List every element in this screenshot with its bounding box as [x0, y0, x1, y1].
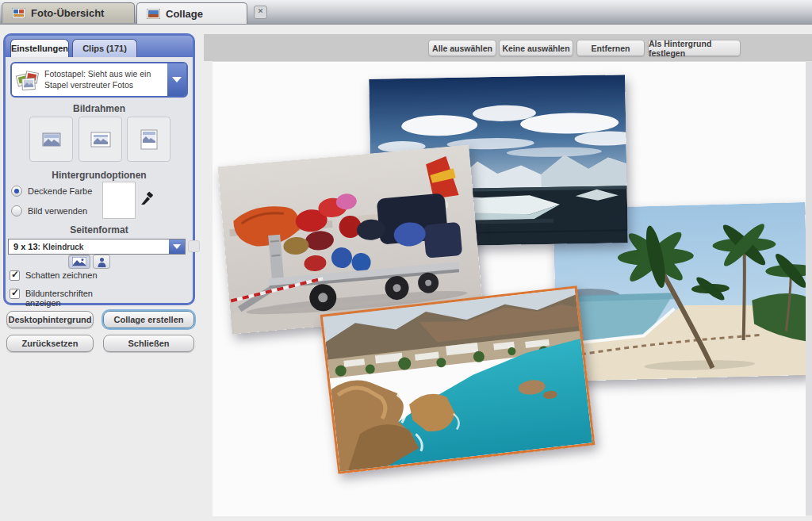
format-value: 9 x 13	[9, 242, 38, 251]
background-section-label: Hintergrundoptionen	[6, 170, 193, 181]
desktop-background-button[interactable]: Desktophintergrund	[6, 311, 94, 328]
portrait-person-icon	[98, 257, 106, 267]
radio-icon	[11, 186, 22, 197]
landscape-icon	[72, 257, 86, 266]
chevron-down-icon	[172, 77, 182, 82]
tab-label: Collage	[166, 8, 203, 20]
select-none-button[interactable]: Keine auswählen	[499, 40, 573, 56]
format-extra-button[interactable]	[188, 240, 200, 252]
check-icon: ✓	[11, 269, 19, 280]
select-all-button[interactable]: Alle auswählen	[428, 40, 496, 56]
close-tab-icon[interactable]: ✕	[254, 6, 267, 19]
format-section-label: Seitenformat	[6, 224, 193, 236]
create-collage-button[interactable]: Collage erstellen	[103, 311, 194, 328]
checkbox-label: Bildunterschriften anzeigen	[25, 289, 128, 308]
photo-stack-icon	[14, 68, 41, 92]
photo-grid-icon	[12, 8, 25, 18]
close-button[interactable]: Schließen	[103, 335, 194, 352]
format-value-suffix: : Kleindruck	[38, 243, 84, 251]
photo-mediterranean-coast[interactable]	[320, 285, 596, 474]
panel-tab-strip: Einstellungen Clips (171)	[6, 36, 193, 57]
collage-style-select[interactable]: Fotostapel: Sieht aus wie ein Stapel ver…	[10, 62, 188, 98]
checkbox-schatten-zeichnen[interactable]: ✓ Schatten zeichnen	[10, 270, 128, 281]
checkbox-icon: ✓	[10, 289, 20, 299]
remove-button[interactable]: Entfernen	[576, 40, 645, 56]
radio-label: Bild verwenden	[28, 206, 87, 216]
frame-thin-white-icon	[90, 131, 112, 148]
frame-polaroid-icon	[140, 129, 159, 150]
photo-thumbnail-icon	[147, 9, 160, 19]
tab-collage[interactable]: Collage	[136, 2, 247, 24]
checkbox-bildunterschriften[interactable]: ✓ Bildunterschriften anzeigen	[10, 289, 128, 308]
frame-option-polaroid[interactable]	[127, 117, 170, 162]
page-format-select[interactable]: 9 x 13 : Kleindruck	[8, 239, 186, 255]
vertical-scrollbar[interactable]	[806, 61, 812, 515]
dropdown-arrow-box	[169, 239, 185, 254]
settings-panel: Einstellungen Clips (171) Fotostapel: Si…	[3, 33, 195, 305]
orientation-landscape-button[interactable]	[68, 255, 90, 269]
tab-clips[interactable]: Clips (171)	[72, 39, 137, 57]
collage-canvas[interactable]	[213, 61, 806, 516]
radio-icon	[11, 205, 22, 216]
radio-bild-verwenden[interactable]: Bild verwenden	[11, 205, 87, 216]
check-icon: ✓	[11, 287, 19, 298]
frame-section-label: Bildrahmen	[6, 103, 193, 114]
background-color-swatch[interactable]	[102, 182, 136, 219]
frame-none-icon	[40, 131, 63, 148]
canvas-toolbar: Alle auswählen Keine auswählen Entfernen…	[204, 34, 812, 61]
frame-option-thin-white[interactable]	[79, 117, 122, 162]
frame-option-none[interactable]	[29, 117, 73, 162]
orientation-portrait-button[interactable]	[93, 255, 110, 269]
checkbox-icon: ✓	[10, 270, 20, 281]
tab-label: Foto-Übersicht	[31, 7, 104, 19]
set-as-background-button[interactable]: Als Hintergrund festlegen	[648, 40, 741, 56]
window-tab-bar: Foto-Übersicht Collage ✕	[0, 0, 812, 25]
tab-foto-uebersicht[interactable]: Foto-Übersicht	[2, 2, 135, 23]
dropdown-arrow-box	[167, 63, 186, 96]
radio-deckende-farbe[interactable]: Deckende Farbe	[11, 186, 92, 197]
app-window: Foto-Übersicht Collage ✕ Einstellungen C…	[0, 0, 812, 521]
collage-style-value: Fotostapel: Sieht aus wie ein Stapel ver…	[41, 69, 167, 90]
radio-label: Deckende Farbe	[28, 186, 92, 196]
chevron-down-icon	[173, 244, 181, 249]
tab-einstellungen[interactable]: Einstellungen	[10, 39, 69, 57]
eyedropper-icon[interactable]	[140, 191, 155, 205]
checkbox-label: Schatten zeichnen	[25, 270, 128, 281]
reset-button[interactable]: Zurücksetzen	[6, 335, 94, 352]
